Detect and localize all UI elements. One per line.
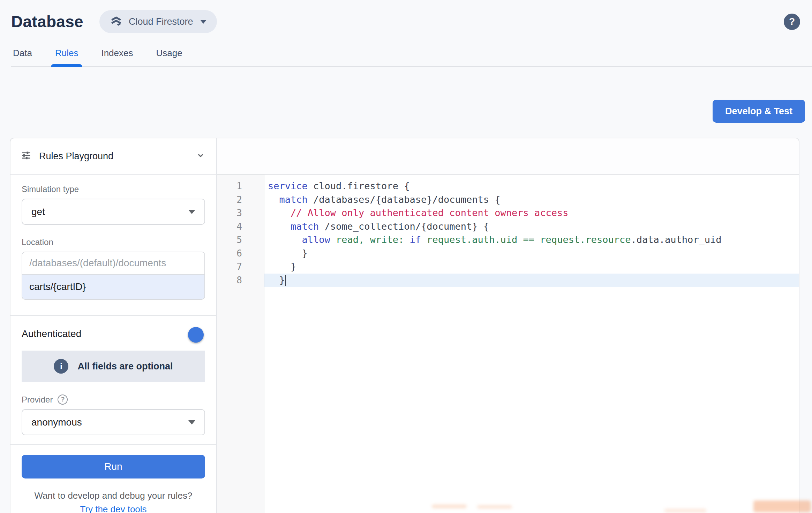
tab-rules[interactable]: Rules bbox=[53, 48, 80, 66]
line-number: 8 bbox=[217, 274, 264, 287]
chevron-down-icon bbox=[200, 20, 206, 24]
code-line-8[interactable]: } bbox=[264, 274, 799, 287]
divider bbox=[10, 444, 216, 445]
rules-playground-panel: Rules Playground Simulation type get Loc… bbox=[10, 138, 217, 513]
help-icon[interactable] bbox=[784, 14, 800, 30]
page-title: Database bbox=[11, 12, 83, 31]
page-header: Database Cloud Firestore bbox=[0, 0, 812, 36]
location-label: Location bbox=[22, 237, 205, 247]
code-line-3[interactable]: // Allow only authenticated content owne… bbox=[264, 206, 799, 220]
tab-indexes[interactable]: Indexes bbox=[99, 48, 135, 66]
line-number: 4 bbox=[217, 220, 264, 233]
code-line-2[interactable]: match /databases/{database}/documents { bbox=[264, 193, 799, 207]
info-banner-text: All fields are optional bbox=[77, 361, 173, 372]
provider-label: Provider bbox=[22, 395, 53, 405]
provider-value: anonymous bbox=[31, 417, 82, 428]
line-number: 5 bbox=[217, 233, 264, 247]
tab-usage[interactable]: Usage bbox=[154, 48, 184, 66]
info-banner: All fields are optional bbox=[22, 351, 205, 382]
dropdown-caret-icon bbox=[188, 210, 195, 214]
text-cursor bbox=[285, 275, 286, 286]
location-input[interactable]: carts/{cartID} bbox=[22, 275, 204, 299]
dev-tools-question: Want to develop and debug your rules? bbox=[22, 490, 205, 501]
simulation-type-value: get bbox=[31, 206, 45, 217]
line-number: 3 bbox=[217, 206, 264, 220]
rules-playground-header[interactable]: Rules Playground bbox=[10, 138, 216, 175]
rules-playground-title: Rules Playground bbox=[39, 151, 195, 162]
code-line-1[interactable]: service cloud.firestore { bbox=[264, 179, 799, 193]
rules-editor-pane: 12345678 service cloud.firestore { match… bbox=[217, 138, 799, 513]
authenticated-label: Authenticated bbox=[22, 328, 181, 339]
line-number-gutter: 12345678 bbox=[217, 175, 264, 513]
tune-icon bbox=[21, 150, 31, 162]
code-line-4[interactable]: match /some_collection/{document} { bbox=[264, 220, 799, 233]
collapse-chevron-icon[interactable] bbox=[195, 150, 206, 162]
code-editor[interactable]: 12345678 service cloud.firestore { match… bbox=[217, 175, 799, 513]
info-icon bbox=[54, 359, 68, 374]
provider-select[interactable]: anonymous bbox=[22, 409, 205, 435]
line-number: 7 bbox=[217, 260, 264, 274]
tab-bar: DataRulesIndexesUsage bbox=[11, 45, 812, 67]
code-line-7[interactable]: } bbox=[264, 260, 799, 274]
provider-help-icon[interactable] bbox=[58, 395, 68, 405]
run-button[interactable]: Run bbox=[22, 455, 205, 478]
line-number: 1 bbox=[217, 179, 264, 193]
location-field-group: /databases/(default)/documents carts/{ca… bbox=[22, 252, 205, 300]
simulation-type-label: Simulation type bbox=[22, 184, 205, 194]
code-area[interactable]: service cloud.firestore { match /databas… bbox=[264, 175, 799, 513]
code-line-6[interactable]: } bbox=[264, 247, 799, 260]
location-path-prefix: /databases/(default)/documents bbox=[22, 252, 204, 275]
action-row: Develop & Test bbox=[0, 67, 812, 123]
editor-toolbar bbox=[217, 138, 799, 175]
divider bbox=[10, 315, 216, 316]
rules-card: Rules Playground Simulation type get Loc… bbox=[10, 138, 799, 513]
code-line-5[interactable]: allow read, write: if request.auth.uid =… bbox=[264, 233, 799, 247]
authenticated-toggle[interactable] bbox=[181, 329, 202, 339]
firestore-icon bbox=[110, 15, 122, 28]
simulation-type-select[interactable]: get bbox=[22, 199, 205, 225]
product-selector-chip[interactable]: Cloud Firestore bbox=[99, 10, 217, 33]
line-number: 2 bbox=[217, 193, 264, 207]
product-chip-label: Cloud Firestore bbox=[129, 16, 193, 27]
line-number: 6 bbox=[217, 247, 264, 260]
dropdown-caret-icon bbox=[188, 420, 195, 424]
develop-test-button[interactable]: Develop & Test bbox=[713, 100, 805, 123]
dev-tools-link[interactable]: Try the dev tools bbox=[80, 504, 146, 513]
tab-data[interactable]: Data bbox=[11, 48, 34, 66]
